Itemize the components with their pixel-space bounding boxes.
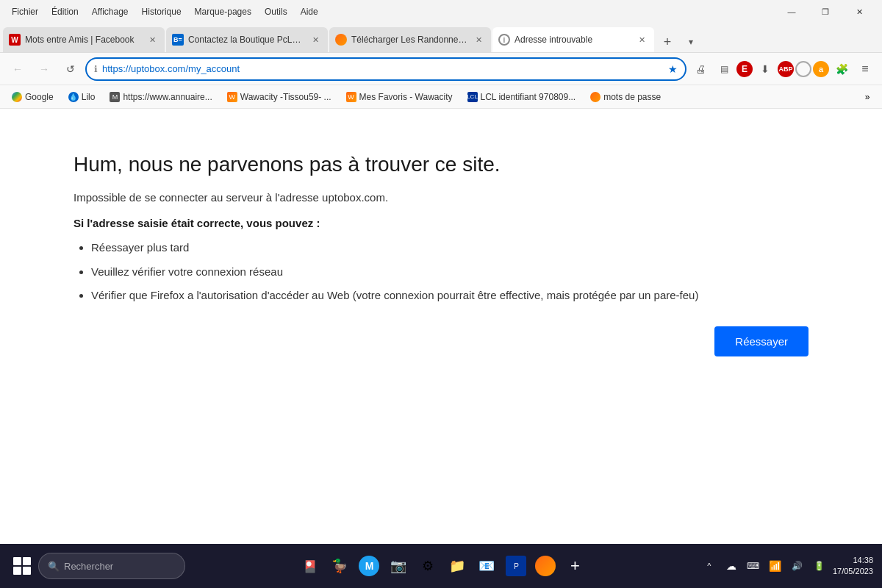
bookmark-wawacity2-icon: W: [346, 92, 356, 102]
bookmark-lcl-icon: LCL: [467, 92, 478, 102]
reload-button[interactable]: ↺: [59, 57, 82, 81]
forward-button[interactable]: →: [32, 57, 56, 81]
clock-date: 17/05/2023: [833, 566, 873, 577]
tray-keyboard[interactable]: ⌨: [745, 557, 762, 575]
bookmark-google-label: Google: [25, 92, 54, 102]
menu-fichier[interactable]: Fichier: [6, 4, 44, 20]
tab-favicon-pcland: B=: [172, 34, 184, 46]
tray-wifi[interactable]: 📶: [767, 557, 784, 575]
opera-icon[interactable]: [795, 61, 811, 77]
window-controls: — ❐ ✕: [775, 0, 876, 24]
tray-chevron[interactable]: ^: [700, 557, 718, 575]
tab-list-button[interactable]: ▾: [681, 32, 701, 52]
tab-facebook[interactable]: W Mots entre Amis | Facebook ✕: [3, 27, 165, 52]
menu-marquepages[interactable]: Marque-pages: [189, 4, 257, 20]
menu-historique[interactable]: Historique: [136, 4, 187, 20]
bookmark-lilo[interactable]: 💧 Lilo: [62, 90, 101, 104]
taskbar-app-firefox[interactable]: [532, 553, 559, 579]
bookmark-wawacity2-label: Mes Favoris - Wawacity: [359, 92, 453, 102]
bookmark-wawacity1-icon: W: [227, 92, 237, 102]
maximize-button[interactable]: ❐: [808, 0, 842, 24]
tray-battery[interactable]: 🔋: [811, 557, 828, 575]
back-button[interactable]: ←: [6, 57, 29, 81]
taskbar-app-2-icon: M: [359, 556, 379, 576]
toolbar: ← → ↺ ℹ ★ 🖨 ▤ E ⬇ ABP a 🧩 ≡: [0, 53, 882, 85]
error-suggestion-3: Vérifier que Firefox a l'autorisation d'…: [91, 287, 808, 304]
tab-adresse-introuvable[interactable]: i Adresse introuvable ✕: [492, 27, 654, 52]
bookmark-lcl-label: LCL identifiant 970809...: [481, 92, 576, 102]
error-suggestion-1: Réessayer plus tard: [91, 240, 808, 257]
bookmark-star-icon[interactable]: ★: [668, 63, 678, 75]
windows-logo-icon: [13, 557, 31, 575]
error-suggestion-title: Si l'adresse saisie était correcte, vous…: [74, 217, 808, 229]
bookmark-wawacity1-label: Wawacity -Tissou59- ...: [240, 92, 331, 102]
tab-label-facebook: Mots entre Amis | Facebook: [25, 35, 141, 45]
retry-button[interactable]: Réessayer: [714, 326, 808, 356]
titlebar: Fichier Édition Affichage Historique Mar…: [0, 0, 882, 24]
bookmark-lilo-icon: 💧: [68, 92, 79, 102]
tab-pcland[interactable]: B= Contactez la Boutique PcLanD ra... ✕: [166, 27, 328, 52]
abp-icon[interactable]: ABP: [778, 61, 794, 77]
bookmark-annuaire[interactable]: M https://www.annuaire...: [104, 90, 218, 104]
tab-label-randonneuses: Télécharger Les Randonneuses -...: [351, 35, 467, 45]
amazon-icon[interactable]: a: [813, 61, 829, 77]
address-input[interactable]: [102, 63, 664, 74]
reader-mode-button[interactable]: ▤: [713, 58, 735, 80]
menu-bar: Fichier Édition Affichage Historique Mar…: [6, 4, 324, 20]
taskbar-app-5[interactable]: 📁: [444, 553, 470, 579]
minimize-button[interactable]: —: [775, 0, 808, 24]
bookmark-annuaire-label: https://www.annuaire...: [123, 92, 212, 102]
address-security-icon: ℹ: [94, 64, 98, 74]
new-tab-button[interactable]: +: [656, 32, 679, 52]
tray-sound[interactable]: 🔊: [789, 557, 806, 575]
taskbar-clock[interactable]: 14:38 17/05/2023: [833, 555, 873, 578]
taskbar-app-7[interactable]: P: [503, 553, 529, 579]
taskbar-search[interactable]: 🔍: [38, 553, 185, 579]
tab-close-facebook[interactable]: ✕: [146, 33, 159, 46]
bookmark-wawacity1[interactable]: W Wawacity -Tissou59- ...: [221, 90, 337, 104]
start-button[interactable]: [9, 553, 35, 579]
bookmark-lcl[interactable]: LCL LCL identifiant 970809...: [462, 90, 582, 104]
tab-randonneuses[interactable]: Télécharger Les Randonneuses -... ✕: [329, 27, 491, 52]
error-subtitle: Impossible de se connecter au serveur à …: [74, 191, 808, 204]
main-content: Hum, nous ne parvenons pas à trouver ce …: [0, 109, 882, 544]
bookmark-google[interactable]: Google: [6, 90, 60, 104]
pocket-icon[interactable]: E: [736, 61, 753, 77]
bookmark-motsdepasse[interactable]: mots de passe: [584, 90, 667, 104]
taskbar-app-7-icon: P: [506, 556, 526, 576]
error-title: Hum, nous ne parvenons pas à trouver ce …: [74, 153, 808, 176]
taskbar-app-4[interactable]: ⚙: [415, 553, 441, 579]
taskbar-search-input[interactable]: [64, 561, 167, 572]
tab-label-adresse: Adresse introuvable: [514, 35, 631, 45]
tray-cloud[interactable]: ☁: [723, 557, 740, 575]
tab-close-randonneuses[interactable]: ✕: [472, 33, 485, 46]
taskbar-firefox-icon: [535, 556, 556, 576]
menu-aide[interactable]: Aide: [295, 4, 324, 20]
taskbar-app-taskview[interactable]: 🎴: [297, 553, 323, 579]
print-button[interactable]: 🖨: [689, 58, 711, 80]
tab-close-pcland[interactable]: ✕: [309, 33, 322, 46]
menu-affichage[interactable]: Affichage: [86, 4, 135, 20]
download-button[interactable]: ⬇: [754, 58, 776, 80]
menu-edition[interactable]: Édition: [46, 4, 85, 20]
bookmarks-bar: Google 💧 Lilo M https://www.annuaire... …: [0, 85, 882, 109]
close-button[interactable]: ✕: [842, 0, 876, 24]
bookmarks-more-button[interactable]: »: [858, 88, 876, 106]
taskbar-app-6[interactable]: 📧: [473, 553, 500, 579]
bookmark-motsdepasse-icon: [590, 92, 600, 102]
taskbar-app-plus[interactable]: +: [562, 553, 588, 579]
tab-bar: W Mots entre Amis | Facebook ✕ B= Contac…: [0, 24, 882, 53]
taskbar-app-3[interactable]: 📷: [385, 553, 412, 579]
error-suggestions-list: Réessayer plus tard Veuillez vérifier vo…: [74, 240, 808, 304]
menu-button[interactable]: ≡: [854, 58, 876, 80]
menu-outils[interactable]: Outils: [259, 4, 293, 20]
taskbar-app-2[interactable]: M: [356, 553, 382, 579]
taskbar-tray: ^ ☁ ⌨ 📶 🔊 🔋 14:38 17/05/2023: [700, 555, 873, 578]
tab-close-adresse[interactable]: ✕: [635, 33, 648, 46]
taskbar-app-1[interactable]: 🦆: [326, 553, 353, 579]
toolbar-right-buttons: 🖨 ▤ E ⬇ ABP a 🧩 ≡: [689, 58, 876, 80]
bookmark-google-icon: [12, 92, 22, 102]
extensions-button[interactable]: 🧩: [831, 58, 853, 80]
bookmark-wawacity2[interactable]: W Mes Favoris - Wawacity: [340, 90, 459, 104]
address-bar[interactable]: ℹ ★: [85, 57, 686, 81]
